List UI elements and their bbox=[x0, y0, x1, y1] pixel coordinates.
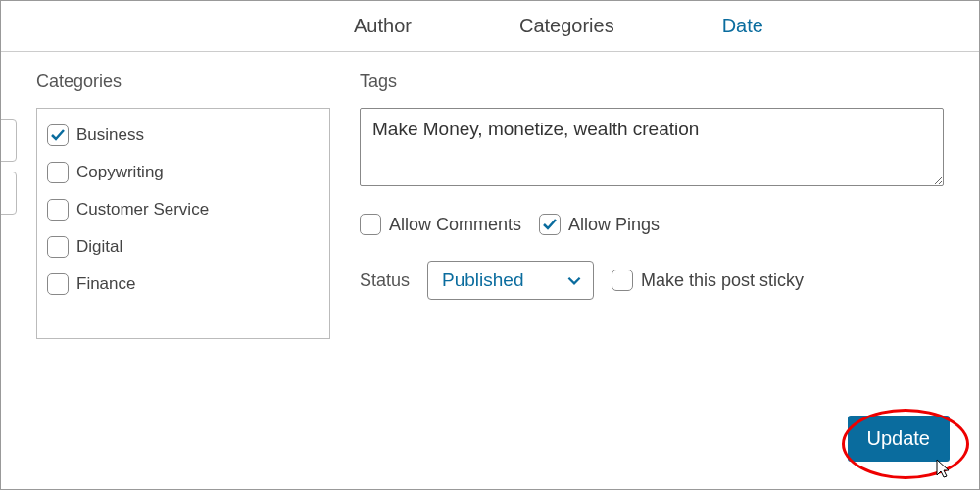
tab-date[interactable]: Date bbox=[722, 15, 763, 37]
checkbox-business[interactable] bbox=[47, 124, 69, 146]
category-label: Finance bbox=[76, 274, 135, 294]
category-label: Copywriting bbox=[76, 163, 164, 182]
category-label: Business bbox=[76, 125, 144, 145]
category-item[interactable]: Copywriting bbox=[43, 154, 323, 191]
allow-pings-option[interactable]: Allow Pings bbox=[539, 214, 660, 235]
side-tab-2[interactable] bbox=[0, 172, 17, 215]
category-label: Customer Service bbox=[76, 200, 209, 220]
checkbox-digital[interactable] bbox=[47, 236, 69, 258]
tags-label: Tags bbox=[360, 72, 944, 92]
checkbox-finance[interactable] bbox=[47, 273, 69, 295]
categories-label: Categories bbox=[36, 72, 330, 92]
chevron-down-icon bbox=[565, 271, 583, 289]
category-item[interactable]: Business bbox=[43, 117, 323, 154]
category-label: Digital bbox=[76, 237, 122, 257]
quick-edit-panel: Author Categories Date Categories Busine… bbox=[1, 1, 979, 489]
side-tabs bbox=[0, 119, 17, 224]
checkbox-copywriting[interactable] bbox=[47, 162, 69, 183]
allow-pings-label: Allow Pings bbox=[568, 215, 660, 235]
status-value: Published bbox=[442, 270, 523, 291]
update-button[interactable]: Update bbox=[848, 416, 951, 462]
allow-comments-label: Allow Comments bbox=[389, 215, 521, 235]
sticky-option[interactable]: Make this post sticky bbox=[612, 270, 804, 291]
column-tabs: Author Categories Date bbox=[1, 1, 979, 52]
tab-author[interactable]: Author bbox=[354, 15, 412, 37]
category-item[interactable]: Finance bbox=[43, 266, 323, 303]
tags-input[interactable] bbox=[360, 108, 944, 186]
side-tab-1[interactable] bbox=[0, 119, 17, 162]
checkbox-allow-pings[interactable] bbox=[539, 214, 561, 235]
checkbox-sticky[interactable] bbox=[612, 270, 633, 291]
status-select[interactable]: Published bbox=[427, 261, 594, 300]
allow-comments-option[interactable]: Allow Comments bbox=[360, 214, 521, 235]
category-item[interactable]: Customer Service bbox=[43, 191, 323, 228]
checkbox-allow-comments[interactable] bbox=[360, 214, 381, 235]
sticky-label: Make this post sticky bbox=[641, 270, 804, 291]
category-item[interactable]: Digital bbox=[43, 228, 323, 266]
tab-categories[interactable]: Categories bbox=[519, 15, 614, 37]
status-label: Status bbox=[360, 270, 410, 291]
checkbox-customer-service[interactable] bbox=[47, 199, 69, 220]
categories-list[interactable]: Business Copywriting Customer Service Di… bbox=[36, 108, 330, 339]
